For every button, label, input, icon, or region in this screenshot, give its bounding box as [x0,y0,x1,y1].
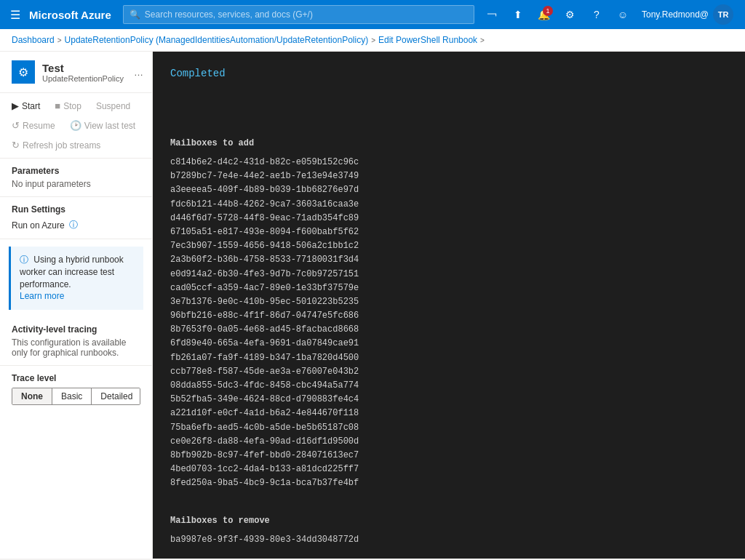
mailbox-add-item: 3e7b1376-9e0c-410b-95ec-5010223b5235 [170,295,728,309]
activity-tracing-desc: This configuration is available only for… [12,337,140,358]
breadcrumb: Dashboard > UpdateRetentionPolicy (Manag… [0,29,745,52]
refresh-button[interactable]: ↻ Refresh job streams [6,137,106,153]
stop-button[interactable]: ■ Stop [49,97,87,114]
upload-icon[interactable]: ⬆ [506,3,530,26]
run-settings-label: Run Settings [12,204,140,215]
notification-badge: 1 [543,6,553,16]
stop-icon: ■ [55,100,60,111]
suspend-button[interactable]: Suspend [90,98,136,114]
mailbox-remove-item: ba9987e8-9f3f-4939-80e3-34dd3048772d [170,533,728,547]
brand-logo: Microsoft Azure [29,9,111,21]
mailbox-add-item: cad05ccf-a359-4ac7-89e0-1e33bf37579e [170,281,728,295]
breadcrumb-sep-1: > [57,36,62,44]
help-icon[interactable]: ? [585,3,608,26]
start-button[interactable]: ▶ Start [6,97,46,114]
mailbox-add-item: d446f6d7-5728-44f8-9eac-71adb354fc89 [170,212,728,225]
view-last-test-button[interactable]: 🕑 View last test [64,117,141,134]
output-status: Completed [170,66,728,81]
settings-icon[interactable]: ⚙ [559,3,582,26]
mailbox-add-item: 08dda855-5dc3-4fdc-8458-cbc494a5a774 [170,379,728,393]
mailbox-add-item: 4bed0703-1cc2-4da4-b133-a81dcd225ff7 [170,463,728,476]
mailbox-add-item: 5b52fba5-349e-4624-88cd-d790883fe4c4 [170,393,728,407]
mailbox-add-item: 8b7653f0-0a05-4e68-ad45-8facbacd8668 [170,323,728,337]
parameters-label: Parameters [12,166,140,176]
activity-tracing-section: Activity-level tracing This configuratio… [0,317,152,366]
mailbox-add-item: b7289bc7-7e4e-44e2-ae1b-7e13e94e3749 [170,169,728,183]
mailbox-add-item: 75ba6efb-aed5-4c0b-a5de-be5b65187c08 [170,421,728,435]
breadcrumb-edit-runbook[interactable]: Edit PowerShell Runbook [378,35,477,45]
mailbox-add-item: fdc6b121-44b8-4262-9ca7-3603a16caa3e [170,198,728,212]
search-placeholder: Search resources, services, and docs (G+… [145,9,313,20]
mailbox-add-item: 96bfb216-e88c-4f1f-86d7-04747e5fc686 [170,309,728,323]
mailbox-add-item: 8bfb902b-8c97-4fef-bbd0-284071613ec7 [170,449,728,463]
refresh-icon: ↻ [12,140,20,151]
output-area[interactable]: Completed Mailboxes to add c814b6e2-d4c2… [153,52,745,559]
panel-subtitle: UpdateRetentionPolicy [42,74,124,83]
trace-section: Trace level None Basic Detailed [0,366,152,412]
mailbox-add-item: 67105a51-e817-493e-8094-f600babf5f62 [170,225,728,239]
mailboxes-add-header: Mailboxes to add [170,137,728,150]
more-options-icon[interactable]: … [131,65,146,79]
run-settings-section: Run Settings Run on Azure ⓘ [0,197,152,239]
info-box-text: Using a hybrid runbook worker can increa… [20,255,124,289]
feedback-icon[interactable]: ☺ [611,3,634,26]
breadcrumb-dashboard[interactable]: Dashboard [12,35,55,45]
breadcrumb-sep-3: > [480,36,485,44]
parameters-section: Parameters No input parameters [0,159,152,197]
start-icon: ▶ [12,100,19,111]
info-box-icon: ⓘ [20,255,28,265]
resume-button[interactable]: ↺ Resume [6,117,61,134]
nav-icons: ￢ ⬆ 🔔 1 ⚙ ? ☺ Tony.Redmond@ TR [480,1,738,28]
avatar: TR [713,4,733,25]
notifications-icon[interactable]: 🔔 1 [533,3,556,26]
user-name: Tony.Redmond@ [642,9,709,20]
left-panel: ⚙ Test UpdateRetentionPolicy … ✕ ▶ Start… [0,52,153,559]
run-on-label: Run on Azure [12,220,65,231]
mailbox-add-item: e0d914a2-6b30-4fe3-9d7b-7c0b97257151 [170,268,728,281]
panel-title-area: Test UpdateRetentionPolicy [42,62,124,83]
toolbar: ▶ Start ■ Stop Suspend ↺ Resume 🕑 View l… [0,93,152,159]
mailbox-add-item: c814b6e2-d4c2-431d-b82c-e059b152c96c [170,156,728,169]
parameters-value: No input parameters [12,179,140,189]
top-nav: ☰ Microsoft Azure 🔍 Search resources, se… [0,0,745,29]
clock-icon: 🕑 [70,120,81,131]
activity-tracing-label: Activity-level tracing [12,324,140,335]
resume-icon: ↺ [12,120,20,131]
mailbox-add-item: a221d10f-e0cf-4a1d-b6a2-4e844670f118 [170,407,728,420]
breadcrumb-policy[interactable]: UpdateRetentionPolicy (ManagedIdentities… [65,35,369,45]
trace-level-label: Trace level [12,373,140,383]
run-on-row: Run on Azure ⓘ [12,219,140,231]
learn-more-link[interactable]: Learn more [20,291,64,301]
trace-options: None Basic Detailed [12,388,140,405]
panel-title: Test [42,62,124,74]
mailbox-add-item: 6fd89e40-665a-4efa-9691-da07849cae91 [170,337,728,351]
mailbox-add-item: ce0e26f8-da88-4efa-90ad-d16df1d9500d [170,435,728,449]
mailboxes-remove-list: ba9987e8-9f3f-4939-80e3-34dd3048772d [170,533,728,547]
mailboxes-add-list: c814b6e2-d4c2-431d-b82c-e059b152c96cb728… [170,156,728,491]
main-content: ⚙ Test UpdateRetentionPolicy … ✕ ▶ Start… [0,52,745,559]
breadcrumb-sep-2: > [371,36,375,44]
hamburger-icon[interactable]: ☰ [7,5,23,25]
right-panel: Completed Mailboxes to add c814b6e2-d4c2… [153,52,745,559]
mailbox-add-item: 2a3b60f2-b36b-4758-8533-77180031f3d4 [170,253,728,267]
search-bar[interactable]: 🔍 Search resources, services, and docs (… [123,5,474,24]
user-menu[interactable]: Tony.Redmond@ TR [637,1,738,28]
mailbox-add-item: 8fed250a-9ba5-4bc9-9c1a-bca7b37fe4bf [170,476,728,490]
panel-icon: ⚙ [12,60,35,84]
mailboxes-remove-header: Mailboxes to remove [170,514,728,527]
trace-none[interactable]: None [12,388,52,404]
mailbox-add-item: 7ec3b907-1559-4656-9418-506a2c1bb1c2 [170,239,728,253]
mailbox-add-item: a3eeeea5-409f-4b89-b039-1bb68276e97d [170,183,728,197]
trace-basic[interactable]: Basic [52,388,92,404]
panel-header: ⚙ Test UpdateRetentionPolicy … ✕ [0,52,152,93]
info-box: ⓘ Using a hybrid runbook worker can incr… [9,247,143,310]
info-icon[interactable]: ⓘ [69,219,78,231]
trace-detailed[interactable]: Detailed [92,388,140,404]
mailbox-add-item: ccb778e8-f587-45de-ae3a-e76007e043b2 [170,365,728,379]
search-icon: 🔍 [130,9,140,20]
cloud-shell-icon[interactable]: ￢ [480,3,503,26]
mailbox-add-item: fb261a07-fa9f-4189-b347-1ba7820d4500 [170,351,728,365]
